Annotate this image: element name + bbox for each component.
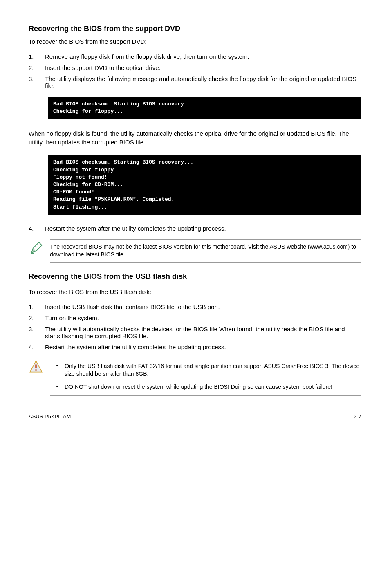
warning-callout: •Only the USB flash disk with FAT 32/16 … xyxy=(29,358,361,396)
step-text: Restart the system after the utility com… xyxy=(45,343,361,350)
list-item: 2.Insert the support DVD to the optical … xyxy=(29,64,361,71)
step-text: Remove any floppy disk from the floppy d… xyxy=(45,53,361,60)
svg-point-1 xyxy=(35,369,37,371)
step-text: The utility displays the following messa… xyxy=(45,75,361,89)
list-item: 1.Remove any floppy disk from the floppy… xyxy=(29,53,361,60)
footer-right: 2-7 xyxy=(354,413,361,420)
step-number: 2. xyxy=(29,64,45,71)
step-text: Turn on the system. xyxy=(45,314,361,321)
list-item: 3.The utility will automatically checks … xyxy=(29,325,361,339)
step-number: 3. xyxy=(29,325,45,339)
code-block: Bad BIOS checksum. Starting BIOS recover… xyxy=(48,97,361,119)
step-text: Insert the support DVD to the optical dr… xyxy=(45,64,361,71)
step-number: 1. xyxy=(29,303,45,310)
section-lead: To recover the BIOS from the USB flash d… xyxy=(29,288,361,295)
warning-icon xyxy=(29,358,50,376)
step-number: 2. xyxy=(29,314,45,321)
page-footer: ASUS P5KPL-AM 2-7 xyxy=(29,411,361,420)
paragraph: When no floppy disk is found, the utilit… xyxy=(29,129,361,146)
section-lead: To recover the BIOS from the support DVD… xyxy=(29,38,361,45)
section-heading: Recovering the BIOS from the USB flash d… xyxy=(29,272,361,281)
warning-item: •DO NOT shut down or reset the system wh… xyxy=(50,383,361,391)
steps-list-2: 1.Insert the USB flash disk that contain… xyxy=(29,303,361,350)
footer-left: ASUS P5KPL-AM xyxy=(29,413,71,420)
step-number: 1. xyxy=(29,53,45,60)
list-item: 1.Insert the USB flash disk that contain… xyxy=(29,303,361,310)
step-number: 4. xyxy=(29,343,45,350)
svg-rect-0 xyxy=(35,364,37,369)
note-callout: The recovered BIOS may not be the latest… xyxy=(29,239,361,263)
step-text: Restart the system after the utility com… xyxy=(45,225,361,232)
warning-text: DO NOT shut down or reset the system whi… xyxy=(65,383,361,391)
bullet: • xyxy=(50,383,65,391)
warning-item: •Only the USB flash disk with FAT 32/16 … xyxy=(50,362,361,378)
note-text: The recovered BIOS may not be the latest… xyxy=(50,239,361,263)
steps-list-1: 1.Remove any floppy disk from the floppy… xyxy=(29,53,361,89)
steps-list-1b: 4.Restart the system after the utility c… xyxy=(29,225,361,232)
pen-icon xyxy=(29,239,50,257)
code-block: Bad BIOS checksum. Starting BIOS recover… xyxy=(48,155,361,215)
warning-text: Only the USB flash disk with FAT 32/16 f… xyxy=(65,362,361,378)
step-text: Insert the USB flash disk that contains … xyxy=(45,303,361,310)
list-item: 2.Turn on the system. xyxy=(29,314,361,321)
section-heading: Recovering the BIOS from the support DVD xyxy=(29,25,361,33)
step-text: The utility will automatically checks th… xyxy=(45,325,361,339)
bullet: • xyxy=(50,362,65,378)
list-item: 4.Restart the system after the utility c… xyxy=(29,343,361,350)
step-number: 3. xyxy=(29,75,45,89)
list-item: 4.Restart the system after the utility c… xyxy=(29,225,361,232)
list-item: 3.The utility displays the following mes… xyxy=(29,75,361,89)
step-number: 4. xyxy=(29,225,45,232)
warning-content: •Only the USB flash disk with FAT 32/16 … xyxy=(50,358,361,396)
